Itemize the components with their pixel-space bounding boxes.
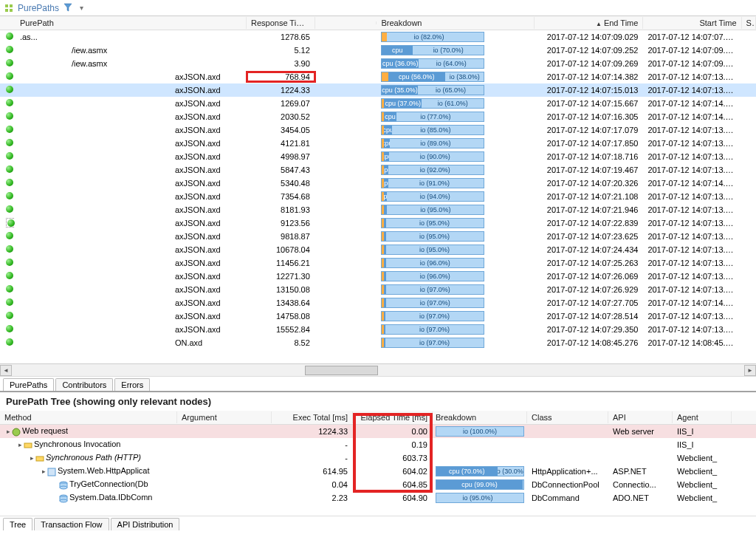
cell-elapsed: 604.85 bbox=[353, 479, 433, 490]
col-breakdown[interactable]: Breakdown bbox=[377, 17, 535, 29]
close-panel-icon[interactable]: ▾ bbox=[80, 4, 83, 12]
bcol-breakdown[interactable]: Breakdown bbox=[433, 411, 527, 423]
col-s[interactable]: S bbox=[742, 17, 756, 29]
cell-agent: Webclient_ bbox=[673, 493, 732, 503]
cell-purepath: axJSON.axd bbox=[16, 85, 247, 95]
table-row[interactable]: axJSON.axd8181.93io (95.0%)2017-07-12 14… bbox=[0, 203, 756, 216]
status-ok-icon bbox=[6, 126, 13, 133]
bcol-class[interactable]: Class bbox=[527, 411, 608, 423]
scroll-left-button[interactable]: ◄ bbox=[0, 365, 12, 376]
status-ok-icon bbox=[6, 165, 13, 173]
cell-status bbox=[0, 59, 16, 68]
table-row[interactable]: axJSON.axd11456.21io (96.0%)2017-07-12 1… bbox=[0, 256, 756, 270]
table-row[interactable]: axJSON.axd14758.08io (97.0%)2017-07-12 1… bbox=[0, 310, 756, 323]
tab-api-distribution[interactable]: API Distribution bbox=[111, 518, 180, 530]
cell-breakdown: io (96.0%) bbox=[377, 270, 535, 282]
table-row[interactable]: .as...1278.65io (82.0%)2017-07-12 14:07:… bbox=[0, 30, 756, 44]
filter-icon[interactable] bbox=[63, 3, 72, 13]
breakdown-bar: cpu (37.0%)io (61.0%) bbox=[381, 98, 484, 109]
bottom-grid-body[interactable]: ▸Web request1224.330.00io (100.0%)Web se… bbox=[0, 425, 756, 516]
breakdown-bar: io (96.0%) bbox=[381, 271, 484, 281]
node-icon bbox=[24, 441, 32, 450]
cell-purepath: axJSON.axd bbox=[16, 112, 247, 122]
tab-contributors[interactable]: Contributors bbox=[55, 378, 113, 391]
breakdown-bar: cpuio (90.0%) bbox=[381, 151, 484, 162]
table-row[interactable]: axJSON.axd13150.08io (97.0%)2017-07-12 1… bbox=[0, 283, 756, 296]
cell-elapsed: 0.19 bbox=[353, 440, 433, 450]
cell-endtime: 2017-07-12 14:07:20.326 bbox=[535, 178, 643, 188]
col-purepath[interactable]: PurePath bbox=[16, 17, 247, 29]
table-row[interactable]: axJSON.axd2030.52cpuio (77.0%)2017-07-12… bbox=[0, 110, 756, 123]
table-row[interactable]: axJSON.axd13438.64io (97.0%)2017-07-12 1… bbox=[0, 296, 756, 310]
tree-expander-icon[interactable]: ▸ bbox=[28, 454, 35, 462]
table-row[interactable]: axJSON.axd9123.56io (95.0%)2017-07-12 14… bbox=[0, 216, 756, 230]
bcol-agent[interactable]: Agent bbox=[673, 411, 732, 423]
cell-class: HttpApplication+... bbox=[527, 466, 608, 476]
table-row[interactable]: axJSON.axd12271.30io (96.0%)2017-07-12 1… bbox=[0, 270, 756, 283]
horizontal-scrollbar[interactable]: ◄ ► bbox=[0, 363, 756, 376]
bcol-api[interactable]: API bbox=[608, 411, 673, 423]
table-row[interactable]: axJSON.axd768.94cpu (56.0%)io (38.0%)201… bbox=[0, 70, 756, 83]
status-ok-icon bbox=[6, 112, 13, 120]
breakdown-bar: cpu (56.0%)io (38.0%) bbox=[381, 72, 484, 82]
bcol-elapsed[interactable]: Elapsed Time [ms] bbox=[353, 411, 433, 423]
table-row[interactable]: ON.axd8.52io (97.0%)2017-07-12 14:08:45.… bbox=[0, 336, 756, 349]
breakdown-io: io (70.0%) bbox=[413, 46, 484, 55]
table-row[interactable]: axJSON.axd5340.48cpuio (91.0%)2017-07-12… bbox=[0, 177, 756, 190]
tree-row[interactable]: TryGetConnection(Db0.04604.85cpu (99.0%)… bbox=[0, 478, 756, 491]
scroll-thumb[interactable] bbox=[305, 366, 378, 375]
table-row[interactable]: /iew.asmx5.12cpuio (70.0%)2017-07-12 14:… bbox=[0, 44, 756, 57]
tab-errors[interactable]: Errors bbox=[114, 378, 150, 391]
cell-purepath: ON.axd bbox=[16, 338, 247, 348]
col-starttime[interactable]: Start Time bbox=[643, 17, 741, 29]
col-response[interactable]: Response Time [ms] bbox=[247, 17, 315, 29]
tree-row[interactable]: System.Data.IDbComn2.23604.90io (95.0%)D… bbox=[0, 491, 756, 505]
status-ok-icon bbox=[6, 152, 13, 160]
tree-row[interactable]: ▸System.Web.HttpApplicat614.95604.02cpu … bbox=[0, 465, 756, 478]
breakdown-io: io (97.0%) bbox=[385, 312, 484, 321]
bcol-arg[interactable]: Argument bbox=[177, 411, 272, 423]
cell-endtime: 2017-07-12 14:07:15.667 bbox=[535, 98, 643, 109]
tree-row[interactable]: ▸Synchronous Path (HTTP)-603.73Webclient… bbox=[0, 451, 756, 465]
table-row[interactable]: axJSON.axd15552.84io (97.0%)2017-07-12 1… bbox=[0, 323, 756, 336]
table-row[interactable]: /iew.asmx3.90cpu (36.0%)io (64.0%)2017-0… bbox=[0, 57, 756, 70]
table-row[interactable]: axJSON.axd4998.97cpuio (90.0%)2017-07-12… bbox=[0, 150, 756, 163]
cell-status bbox=[0, 152, 16, 161]
table-row[interactable]: axJSON.axd10678.04io (95.0%)2017-07-12 1… bbox=[0, 243, 756, 256]
breakdown-bar: io (97.0%) bbox=[381, 284, 484, 295]
scroll-track[interactable] bbox=[12, 365, 744, 376]
cell-endtime: 2017-07-12 14:07:29.350 bbox=[535, 324, 643, 335]
cell-agent: IIS_I bbox=[673, 440, 732, 450]
table-row[interactable]: axJSON.axd1269.07cpu (37.0%)io (61.0%)20… bbox=[0, 97, 756, 110]
node-icon bbox=[35, 454, 44, 463]
cell-purepath: axJSON.axd bbox=[16, 125, 247, 135]
tab-purepaths[interactable]: PurePaths bbox=[3, 378, 54, 391]
svg-rect-7 bbox=[48, 468, 55, 476]
tab-transaction-flow[interactable]: Transaction Flow bbox=[34, 518, 109, 530]
table-row[interactable]: axJSON.axd3454.05cpuio (85.0%)2017-07-12… bbox=[0, 123, 756, 137]
cell-breakdown: io (95.0%) bbox=[377, 230, 535, 242]
tree-expander-icon[interactable]: ▸ bbox=[4, 428, 12, 435]
bcol-exec[interactable]: Exec Total [ms] bbox=[272, 411, 353, 423]
cell-endtime: 2017-07-12 14:07:15.013 bbox=[535, 85, 643, 95]
col-endtime[interactable]: ▲ End Time bbox=[535, 17, 643, 29]
table-row[interactable]: axJSON.axd9818.87io (95.0%)2017-07-12 14… bbox=[0, 230, 756, 243]
table-row[interactable]: axJSON.axd4121.81cpuio (89.0%)2017-07-12… bbox=[0, 137, 756, 150]
cell-purepath: axJSON.axd bbox=[16, 151, 247, 162]
tab-tree[interactable]: Tree bbox=[3, 518, 32, 530]
tree-row[interactable]: ▸Web request1224.330.00io (100.0%)Web se… bbox=[0, 425, 756, 438]
scroll-right-button[interactable]: ► bbox=[744, 365, 756, 376]
table-row[interactable]: axJSON.axd5847.43cpuio (92.0%)2017-07-12… bbox=[0, 163, 756, 177]
cell-endtime: 2017-07-12 14:07:16.305 bbox=[535, 112, 643, 122]
breakdown-bar: io (95.0%) bbox=[381, 245, 484, 255]
tree-row[interactable]: ▸Synchronous Invocation-0.19IIS_I bbox=[0, 438, 756, 451]
cell-status bbox=[0, 126, 16, 134]
tree-expander-icon[interactable]: ▸ bbox=[16, 441, 24, 448]
status-ok-icon bbox=[6, 33, 13, 40]
bcol-method[interactable]: Method bbox=[0, 411, 177, 423]
table-row[interactable]: axJSON.axd1224.33cpu (35.0%)io (65.0%)20… bbox=[0, 83, 756, 97]
table-row[interactable]: axJSON.axd7354.68cpuio (94.0%)2017-07-12… bbox=[0, 190, 756, 203]
grid-body[interactable]: .as...1278.65io (82.0%)2017-07-12 14:07:… bbox=[0, 30, 756, 363]
tree-expander-icon[interactable]: ▸ bbox=[40, 468, 47, 475]
breakdown-bar: cpuio (94.0%) bbox=[381, 191, 484, 202]
